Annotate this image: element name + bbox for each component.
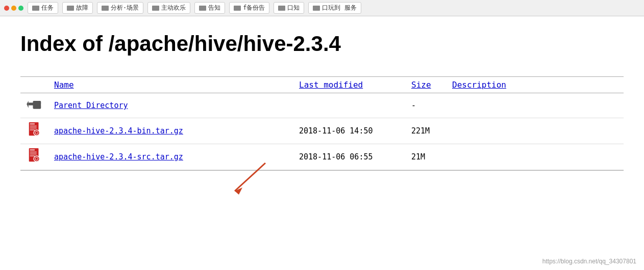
row-name: apache-hive-2.3.4-src.tar.gz (49, 144, 294, 170)
tab-icon (199, 6, 206, 11)
file-icon (28, 122, 42, 138)
tab-active-label: 主动欢乐 (161, 4, 186, 12)
page-title: Index of /apache/hive/hive-2.3.4 (20, 32, 624, 56)
svg-rect-13 (30, 152, 37, 153)
parent-dir-icon (26, 97, 44, 112)
th-description-link[interactable]: Description (452, 80, 506, 90)
tab-fault-label: 故障 (76, 4, 88, 12)
tab-icon (32, 6, 39, 11)
th-description: Description (447, 77, 624, 93)
table-row: apache-hive-2.3.4-bin.tar.gz 2018-11-06 … (20, 118, 624, 144)
row-desc (447, 118, 624, 144)
svg-rect-3 (33, 104, 41, 109)
tab-play-label: 口玩到 服务 (322, 4, 356, 12)
tab-backup-label: f备份告 (243, 4, 265, 12)
svg-rect-8 (30, 129, 35, 130)
parent-dir-link[interactable]: Parent Directory (54, 101, 128, 110)
svg-point-10 (35, 131, 38, 134)
row-modified: 2018-11-06 06:55 (294, 144, 406, 170)
tab-know-label: 口知 (287, 4, 300, 12)
top-bar: 任务 故障 分析·场景 主动欢乐 告知 f备份告 口知 口玩到 服务 (0, 0, 644, 16)
th-modified-link[interactable]: Last modified (299, 80, 363, 90)
table-row: Parent Directory - (20, 93, 624, 118)
tab-analysis-label: 分析·场景 (111, 4, 139, 12)
row-desc (447, 93, 624, 118)
svg-rect-12 (30, 149, 35, 151)
tab-task[interactable]: 任务 (28, 2, 58, 14)
main-content: Index of /apache/hive/hive-2.3.4 Name La… (0, 16, 644, 191)
tab-backup[interactable]: f备份告 (229, 2, 269, 14)
th-size: Size (406, 77, 447, 93)
row-size: 221M (406, 118, 447, 144)
svg-rect-15 (30, 155, 35, 156)
row-name: apache-hive-2.3.4-bin.tar.gz (49, 118, 294, 144)
tab-know[interactable]: 口知 (274, 2, 304, 14)
row-desc (447, 144, 624, 170)
row-size: 21M (406, 144, 447, 170)
separator-cell (20, 170, 624, 171)
tab-icon (234, 6, 241, 11)
tab-notify-label: 告知 (208, 4, 220, 12)
svg-marker-19 (235, 187, 242, 195)
row-size: - (406, 93, 447, 118)
svg-rect-6 (30, 126, 37, 127)
th-name-link[interactable]: Name (54, 80, 74, 90)
tab-fault[interactable]: 故障 (62, 2, 93, 14)
svg-rect-1 (29, 103, 34, 105)
row-icon (20, 93, 49, 118)
tab-icon (278, 6, 285, 11)
svg-rect-14 (30, 153, 37, 154)
watermark: https://blog.csdn.net/qq_34307801 (542, 258, 636, 265)
bin-file-link[interactable]: apache-hive-2.3.4-bin.tar.gz (54, 126, 183, 136)
dot-red (4, 6, 9, 11)
tab-icon (102, 6, 109, 11)
row-name: Parent Directory (49, 93, 294, 118)
tab-icon (67, 6, 74, 11)
row-modified: 2018-11-06 14:50 (294, 118, 406, 144)
th-icon (20, 77, 49, 93)
th-size-link[interactable]: Size (411, 80, 431, 90)
svg-rect-7 (30, 127, 37, 128)
tab-icon (152, 6, 159, 11)
tab-icon (313, 6, 320, 11)
th-modified: Last modified (294, 77, 406, 93)
row-icon (20, 144, 49, 170)
file-table: Name Last modified Size Description (20, 76, 624, 171)
tab-analysis[interactable]: 分析·场景 (97, 2, 143, 14)
row-modified (294, 93, 406, 118)
src-file-link[interactable]: apache-hive-2.3.4-src.tar.gz (54, 152, 183, 161)
table-row: apache-hive-2.3.4-src.tar.gz 2018-11-06 … (20, 144, 624, 170)
dot-yellow (11, 6, 16, 11)
file-icon (28, 148, 42, 164)
svg-marker-2 (27, 101, 29, 108)
tab-task-label: 任务 (41, 4, 54, 12)
tab-notify[interactable]: 告知 (194, 2, 225, 14)
svg-point-17 (35, 157, 38, 160)
dot-green (18, 6, 23, 11)
table-separator (20, 170, 624, 171)
row-icon (20, 118, 49, 144)
svg-rect-5 (30, 123, 35, 125)
window-dots (4, 6, 23, 11)
tab-active[interactable]: 主动欢乐 (147, 2, 190, 14)
th-name: Name (49, 77, 294, 93)
tab-play[interactable]: 口玩到 服务 (308, 2, 361, 14)
